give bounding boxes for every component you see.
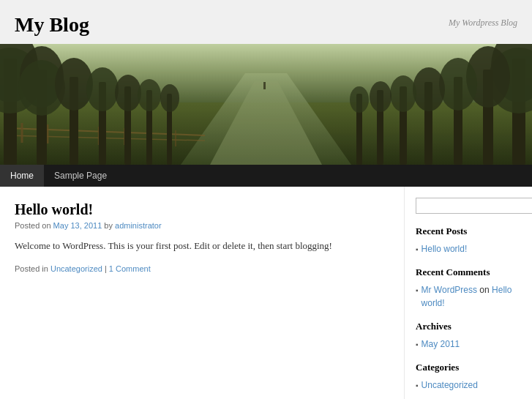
svg-rect-45 (0, 44, 532, 165)
category-link[interactable]: Uncategorized (422, 379, 478, 392)
search-input[interactable] (416, 198, 532, 214)
recent-posts-section: Recent Posts Hello world! (416, 225, 521, 256)
header-image (0, 44, 532, 165)
list-item: Uncategorized (416, 378, 521, 392)
post-category-link[interactable]: Uncategorized (50, 264, 102, 273)
nav-item-home[interactable]: Home (0, 165, 44, 187)
recent-comments-title: Recent Comments (416, 266, 521, 278)
comment-author-link[interactable]: Mr WordPress (422, 285, 477, 295)
post-footer-prefix: Posted in (15, 264, 48, 273)
categories-title: Categories (416, 362, 521, 373)
nav-item-sample-page[interactable]: Sample Page (44, 165, 117, 187)
site-header: My Blog My Wordpress Blog (0, 0, 532, 44)
post-by: by (104, 221, 113, 230)
list-item: Hello world! (416, 242, 521, 256)
post: Hello world! Posted on May 13, 2011 by a… (15, 201, 389, 273)
post-footer-separator: | (105, 264, 107, 273)
recent-posts-list: Hello world! (416, 242, 521, 256)
post-meta-prefix: Posted on (15, 221, 51, 230)
post-comment-link[interactable]: 1 Comment (109, 264, 151, 273)
list-item: May 2011 (416, 337, 521, 351)
site-title[interactable]: My Blog (15, 13, 89, 37)
post-meta: Posted on May 13, 2011 by administrator (15, 221, 389, 230)
content-area: Hello world! Posted on May 13, 2011 by a… (0, 187, 532, 399)
recent-posts-title: Recent Posts (416, 225, 521, 237)
archive-link[interactable]: May 2011 (422, 338, 460, 351)
recent-post-link[interactable]: Hello world! (422, 242, 468, 256)
search-widget: Search (416, 198, 521, 214)
recent-comments-list: Mr WordPress on Hello world! (416, 283, 521, 310)
post-author-link[interactable]: administrator (115, 221, 162, 230)
main-content: Hello world! Posted on May 13, 2011 by a… (0, 187, 404, 399)
post-footer: Posted in Uncategorized | 1 Comment (15, 264, 389, 273)
site-tagline: My Wordpress Blog (449, 18, 517, 29)
archives-title: Archives (416, 321, 521, 332)
comment-connector: on (479, 285, 489, 295)
header-illustration (0, 44, 532, 165)
recent-comments-section: Recent Comments Mr WordPress on Hello wo… (416, 266, 521, 310)
post-date-link[interactable]: May 13, 2011 (53, 221, 102, 230)
archives-list: May 2011 (416, 337, 521, 351)
navigation-bar: Home Sample Page (0, 165, 532, 187)
post-title: Hello world! (15, 201, 389, 218)
post-content: Welcome to WordPress. This is your first… (15, 239, 389, 254)
sidebar: Search Recent Posts Hello world! Recent … (404, 187, 532, 399)
categories-list: Uncategorized (416, 378, 521, 392)
list-item: Mr WordPress on Hello world! (416, 283, 521, 310)
categories-section: Categories Uncategorized (416, 362, 521, 392)
archives-section: Archives May 2011 (416, 321, 521, 351)
